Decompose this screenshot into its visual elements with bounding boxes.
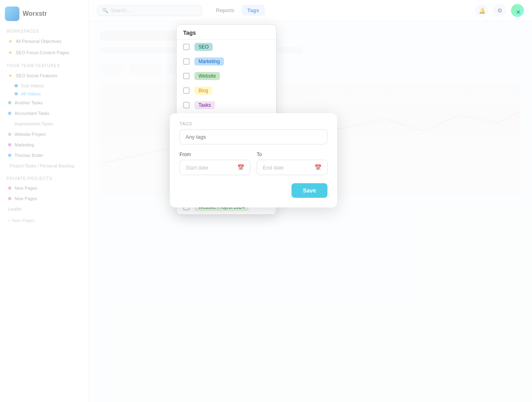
- tags-input[interactable]: [179, 129, 327, 144]
- start-date-input[interactable]: Start date 📅: [179, 160, 250, 175]
- tag-label-blog: Blog: [194, 87, 212, 95]
- from-label: From: [179, 152, 250, 157]
- from-date-group: From Start date 📅: [179, 152, 250, 175]
- tag-checkbox-website[interactable]: [183, 73, 190, 79]
- calendar-icon-to: 📅: [315, 164, 321, 171]
- start-date-placeholder: Start date: [186, 165, 208, 171]
- tag-item-website[interactable]: Website: [177, 69, 276, 83]
- tag-label-website: Website: [194, 72, 220, 80]
- to-label: To: [257, 152, 327, 157]
- tag-item-seo[interactable]: SEO: [177, 40, 276, 54]
- tag-checkbox-blog[interactable]: [183, 87, 190, 94]
- tag-checkbox-marketing[interactable]: [183, 58, 190, 65]
- save-button[interactable]: Save: [291, 183, 327, 198]
- date-row: From Start date 📅 To End date 📅: [179, 152, 327, 175]
- tag-item-marketing[interactable]: Marketing: [177, 54, 276, 69]
- tag-item-blog[interactable]: Blog: [177, 83, 276, 98]
- end-date-input[interactable]: End date 📅: [257, 160, 327, 175]
- calendar-icon-from: 📅: [237, 164, 244, 171]
- tag-label-marketing: Marketing: [194, 57, 224, 66]
- modal-footer: Save: [179, 183, 327, 198]
- tag-checkbox-seo[interactable]: [183, 44, 190, 50]
- filter-modal: Tags From Start date 📅 To End date 📅 Sav…: [170, 113, 337, 207]
- tag-label-tasks: Tasks: [194, 101, 215, 109]
- tag-checkbox-tasks[interactable]: [183, 102, 190, 108]
- to-date-group: To End date 📅: [257, 152, 327, 175]
- end-date-placeholder: End date: [263, 165, 284, 171]
- filter-tags-label: Tags: [179, 121, 327, 126]
- tag-item-tasks[interactable]: Tasks: [177, 98, 276, 112]
- tags-dropdown-header: Tags: [177, 25, 276, 40]
- tag-label-seo: SEO: [194, 43, 213, 51]
- close-button[interactable]: ×: [513, 6, 524, 18]
